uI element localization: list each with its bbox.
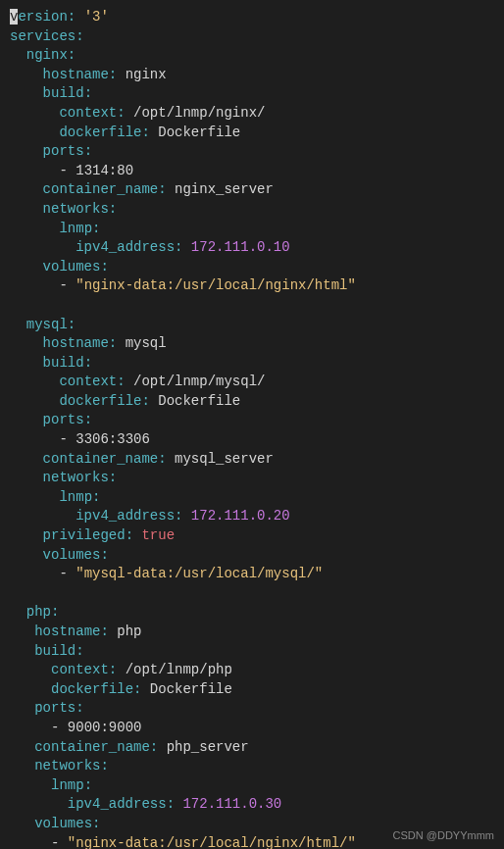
yaml-value: 9000:9000 [68, 720, 142, 735]
yaml-key: hostname [43, 335, 109, 351]
yaml-key: container_name [43, 181, 159, 197]
yaml-string: "mysql-data:/usr/local/mysql/" [76, 566, 323, 581]
yaml-value: 1314:80 [76, 163, 133, 178]
yaml-key: build [34, 643, 76, 659]
yaml-value: /opt/lnmp/nginx/ [133, 105, 265, 121]
yaml-key: networks [43, 470, 109, 485]
yaml-key: volumes [43, 547, 101, 563]
service-nginx: nginx [26, 47, 68, 63]
yaml-value: mysql [126, 335, 167, 351]
yaml-value: nginx [126, 67, 167, 82]
yaml-key: ports [43, 143, 84, 159]
yaml-key: build [43, 355, 84, 371]
yaml-string: "nginx-data:/usr/local/nginx/html/" [68, 835, 356, 849]
yaml-code-block: version: '3' services: nginx: hostname: … [10, 8, 494, 849]
yaml-key: ports [43, 412, 84, 427]
service-php: php [26, 604, 51, 620]
yaml-bool: true [141, 527, 175, 543]
watermark: CSDN @DDYYmmm [393, 828, 494, 843]
yaml-value: Dockerfile [158, 393, 240, 409]
yaml-key: ipv4_address [76, 239, 175, 255]
service-mysql: mysql [26, 317, 68, 332]
yaml-key: privileged [43, 527, 126, 543]
yaml-key: ipv4_address [76, 508, 175, 524]
yaml-key: volumes [34, 816, 92, 831]
yaml-key: hostname [43, 67, 109, 82]
yaml-key: networks [34, 758, 100, 774]
yaml-key: services [10, 28, 76, 44]
yaml-value: /opt/lnmp/mysql/ [133, 374, 265, 389]
yaml-string: '3' [84, 9, 109, 25]
yaml-key: ports [34, 700, 76, 716]
yaml-value: mysql_server [175, 451, 274, 467]
yaml-key: context [51, 662, 109, 677]
ip-address: 172.111.0.30 [182, 796, 281, 812]
yaml-key: volumes [43, 259, 101, 275]
yaml-key: context [59, 105, 117, 121]
yaml-key: ersion [18, 9, 67, 25]
yaml-value: 3306:3306 [76, 431, 150, 447]
yaml-key: lnmp [59, 221, 92, 236]
yaml-key: ipv4_address [68, 796, 167, 812]
yaml-key: container_name [34, 739, 150, 755]
ip-address: 172.111.0.20 [191, 508, 290, 524]
yaml-key: hostname [34, 624, 100, 639]
yaml-key: dockerfile [51, 681, 133, 697]
yaml-value: Dockerfile [158, 125, 240, 140]
yaml-value: nginx_server [175, 181, 274, 197]
yaml-key: lnmp [51, 777, 84, 793]
yaml-string: "nginx-data:/usr/local/nginx/html" [76, 277, 356, 293]
yaml-key: context [59, 374, 117, 389]
yaml-value: Dockerfile [150, 681, 232, 697]
yaml-key: lnmp [59, 489, 92, 505]
yaml-key: build [43, 85, 84, 101]
yaml-key: dockerfile [59, 125, 141, 140]
yaml-value: php_server [167, 739, 249, 755]
yaml-value: php [117, 624, 141, 639]
yaml-key: container_name [43, 451, 159, 467]
yaml-key: dockerfile [59, 393, 141, 409]
yaml-key: networks [43, 201, 109, 217]
ip-address: 172.111.0.10 [191, 239, 290, 255]
yaml-value: /opt/lnmp/php [126, 662, 232, 677]
